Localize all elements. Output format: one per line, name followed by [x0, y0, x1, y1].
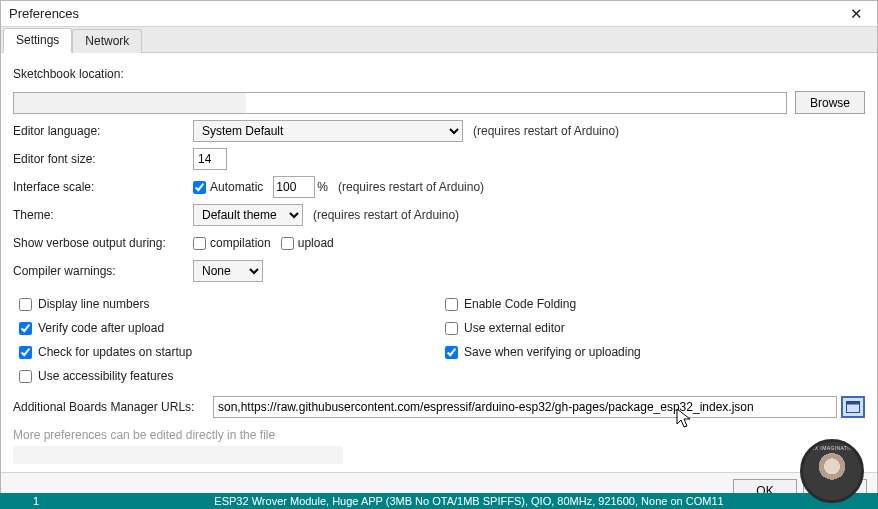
editor-language-select[interactable]: System Default	[193, 120, 463, 142]
accessibility-checkbox[interactable]	[19, 370, 32, 383]
verify-upload-label: Verify code after upload	[38, 321, 164, 335]
avatar: MAX IMAGINATION	[800, 439, 864, 503]
verbose-label: Show verbose output during:	[13, 236, 193, 250]
code-folding-label: Enable Code Folding	[464, 297, 576, 311]
theme-select[interactable]: Default theme	[193, 204, 303, 226]
sketchbook-label: Sketchbook location:	[13, 67, 124, 81]
compilation-checkbox[interactable]	[193, 237, 206, 250]
percent-label: %	[317, 180, 328, 194]
expand-urls-button[interactable]	[841, 396, 865, 418]
titlebar: Preferences ✕	[1, 1, 877, 27]
svg-rect-1	[847, 402, 860, 405]
additional-urls-input[interactable]	[213, 396, 837, 418]
restart-hint-3: (requires restart of Arduino)	[313, 208, 459, 222]
window-title: Preferences	[9, 6, 79, 21]
external-editor-checkbox[interactable]	[445, 322, 458, 335]
settings-panel: Sketchbook location: Browse Editor langu…	[1, 53, 877, 472]
status-line-number: 1	[6, 495, 66, 507]
editor-language-label: Editor language:	[13, 124, 193, 138]
compilation-checkbox-wrap[interactable]: compilation	[193, 236, 271, 250]
save-verify-label: Save when verifying or uploading	[464, 345, 641, 359]
compiler-warnings-select[interactable]: None	[193, 260, 263, 282]
restart-hint-2: (requires restart of Arduino)	[338, 180, 484, 194]
restart-hint-1: (requires restart of Arduino)	[473, 124, 619, 138]
close-button[interactable]: ✕	[841, 3, 871, 25]
code-folding-checkbox[interactable]	[445, 298, 458, 311]
upload-checkbox[interactable]	[281, 237, 294, 250]
upload-checkbox-wrap[interactable]: upload	[281, 236, 334, 250]
tab-settings[interactable]: Settings	[3, 28, 72, 53]
theme-label: Theme:	[13, 208, 193, 222]
window-icon	[846, 401, 860, 413]
scale-input[interactable]	[273, 176, 315, 198]
additional-urls-label: Additional Boards Manager URLs:	[13, 400, 213, 414]
close-icon: ✕	[850, 5, 863, 23]
prefs-file-path	[13, 446, 343, 464]
interface-scale-label: Interface scale:	[13, 180, 193, 194]
external-editor-label: Use external editor	[464, 321, 565, 335]
verify-upload-checkbox[interactable]	[19, 322, 32, 335]
save-verify-checkbox[interactable]	[445, 346, 458, 359]
line-numbers-checkbox[interactable]	[19, 298, 32, 311]
preferences-window: Preferences ✕ Settings Network Sketchboo…	[0, 0, 878, 509]
tab-bar: Settings Network	[1, 27, 877, 53]
sketchbook-path-input[interactable]	[13, 92, 787, 114]
automatic-checkbox[interactable]	[193, 181, 206, 194]
browse-button[interactable]: Browse	[795, 91, 865, 114]
check-updates-label: Check for updates on startup	[38, 345, 192, 359]
font-size-label: Editor font size:	[13, 152, 193, 166]
more-prefs-text: More preferences can be edited directly …	[13, 428, 865, 442]
font-size-input[interactable]	[193, 148, 227, 170]
tab-network[interactable]: Network	[72, 29, 142, 53]
accessibility-label: Use accessibility features	[38, 369, 173, 383]
line-numbers-label: Display line numbers	[38, 297, 149, 311]
automatic-checkbox-wrap[interactable]: Automatic	[193, 180, 263, 194]
ide-status-bar: 1 ESP32 Wrover Module, Huge APP (3MB No …	[0, 493, 878, 509]
status-board-info: ESP32 Wrover Module, Huge APP (3MB No OT…	[66, 495, 872, 507]
avatar-label: MAX IMAGINATION	[803, 445, 861, 451]
check-updates-checkbox[interactable]	[19, 346, 32, 359]
compiler-warnings-label: Compiler warnings:	[13, 264, 193, 278]
